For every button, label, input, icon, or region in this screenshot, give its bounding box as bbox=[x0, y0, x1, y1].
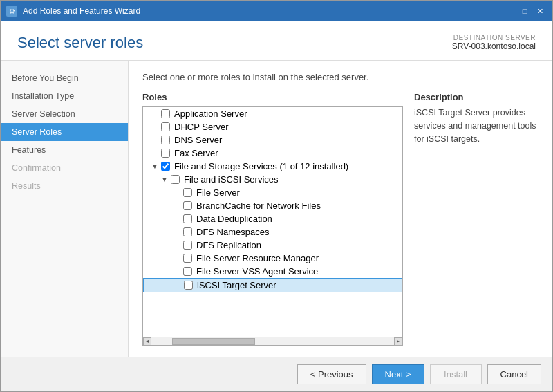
page-title: Select server roles bbox=[17, 34, 143, 52]
list-item[interactable]: ▼ File and Storage Services (1 of 12 ins… bbox=[143, 160, 402, 173]
list-item[interactable]: ▶ DFS Namespaces bbox=[143, 225, 402, 239]
roles-list-container: ▶ Application Server ▶ DHCP Server bbox=[142, 106, 403, 346]
scroll-right-button[interactable]: ▸ bbox=[394, 337, 402, 346]
roles-section: Roles ▶ Application Server bbox=[142, 92, 403, 346]
wizard-content: Select server roles DESTINATION SERVER S… bbox=[1, 21, 552, 391]
main-panel: Select one or more roles to install on t… bbox=[129, 61, 552, 357]
maximize-button[interactable]: □ bbox=[518, 4, 532, 18]
sidebar-item-server-selection[interactable]: Server Selection bbox=[1, 105, 128, 123]
list-item[interactable]: ▶ Application Server bbox=[143, 107, 402, 120]
role-checkbox-file-storage[interactable] bbox=[161, 162, 170, 171]
list-item[interactable]: ▶ File Server Resource Manager bbox=[143, 252, 402, 265]
app-icon: ⚙ bbox=[6, 6, 17, 17]
server-name: SRV-003.kontoso.local bbox=[452, 41, 536, 51]
role-checkbox-dhcp[interactable] bbox=[161, 122, 170, 131]
description-label: Description bbox=[414, 92, 538, 102]
role-checkbox-file-vss[interactable] bbox=[183, 267, 192, 276]
titlebar-left: ⚙ Add Roles and Features Wizard bbox=[6, 6, 140, 17]
role-checkbox-file-iscsi[interactable] bbox=[171, 175, 180, 184]
sidebar-item-before-you-begin[interactable]: Before You Begin bbox=[1, 69, 128, 87]
scrollbar-thumb[interactable] bbox=[172, 338, 255, 345]
sidebar: Before You Begin Installation Type Serve… bbox=[1, 61, 129, 357]
sidebar-item-installation-type[interactable]: Installation Type bbox=[1, 87, 128, 105]
scrollbar-track[interactable] bbox=[151, 337, 394, 346]
role-checkbox-file-server[interactable] bbox=[183, 188, 192, 197]
columns-container: Roles ▶ Application Server bbox=[142, 92, 538, 346]
horizontal-scrollbar[interactable]: ◂ ▸ bbox=[143, 337, 402, 345]
wizard-body: Before You Begin Installation Type Serve… bbox=[1, 61, 552, 357]
list-item[interactable]: ▶ BranchCache for Network Files bbox=[143, 199, 402, 212]
list-item[interactable]: ▶ File Server bbox=[143, 186, 402, 199]
sidebar-item-server-roles[interactable]: Server Roles bbox=[1, 123, 128, 141]
wizard-window: ⚙ Add Roles and Features Wizard — □ ✕ Se… bbox=[0, 0, 553, 392]
list-item[interactable]: ▶ DHCP Server bbox=[143, 120, 402, 133]
window-title: Add Roles and Features Wizard bbox=[23, 6, 140, 16]
destination-server-info: DESTINATION SERVER SRV-003.kontoso.local bbox=[452, 34, 536, 51]
role-checkbox-file-server-rm[interactable] bbox=[183, 254, 192, 263]
list-item[interactable]: ▼ File and iSCSI Services bbox=[143, 173, 402, 186]
destination-label: DESTINATION SERVER bbox=[452, 34, 536, 41]
main-description: Select one or more roles to install on t… bbox=[142, 72, 538, 82]
role-checkbox-dns[interactable] bbox=[161, 136, 170, 144]
wizard-header: Select server roles DESTINATION SERVER S… bbox=[1, 21, 552, 61]
role-checkbox-dfs-namespaces[interactable] bbox=[183, 227, 192, 236]
description-section: Description iSCSI Target Server provides… bbox=[414, 92, 538, 346]
cancel-button[interactable]: Cancel bbox=[487, 364, 541, 384]
list-item[interactable]: ▶ Data Deduplication bbox=[143, 212, 402, 225]
next-button[interactable]: Next > bbox=[372, 364, 424, 384]
role-checkbox-branchcache[interactable] bbox=[183, 201, 192, 210]
close-button[interactable]: ✕ bbox=[533, 4, 547, 18]
minimize-button[interactable]: — bbox=[503, 4, 516, 18]
install-button[interactable]: Install bbox=[430, 364, 482, 384]
sidebar-item-results: Results bbox=[1, 177, 128, 195]
role-checkbox-app-server[interactable] bbox=[161, 109, 170, 118]
role-checkbox-fax[interactable] bbox=[161, 149, 170, 158]
tree-arrow-file-iscsi[interactable]: ▼ bbox=[160, 175, 169, 185]
previous-button[interactable]: < Previous bbox=[297, 364, 366, 384]
list-item[interactable]: ▶ DFS Replication bbox=[143, 239, 402, 252]
sidebar-item-features[interactable]: Features bbox=[1, 141, 128, 159]
titlebar: ⚙ Add Roles and Features Wizard — □ ✕ bbox=[1, 1, 552, 21]
role-checkbox-iscsi-target[interactable] bbox=[184, 281, 193, 290]
description-text: iSCSI Target Server provides services an… bbox=[414, 106, 538, 145]
scroll-left-button[interactable]: ◂ bbox=[143, 337, 151, 346]
titlebar-controls: — □ ✕ bbox=[503, 4, 547, 18]
list-item[interactable]: ▶ DNS Server bbox=[143, 133, 402, 147]
role-checkbox-data-dedup[interactable] bbox=[183, 214, 192, 223]
wizard-footer: < Previous Next > Install Cancel bbox=[1, 357, 552, 391]
roles-list[interactable]: ▶ Application Server ▶ DHCP Server bbox=[143, 107, 402, 337]
sidebar-item-confirmation: Confirmation bbox=[1, 159, 128, 177]
list-item-iscsi-target[interactable]: ▶ iSCSI Target Server bbox=[143, 278, 402, 292]
roles-label: Roles bbox=[142, 92, 403, 102]
role-checkbox-dfs-replication[interactable] bbox=[183, 241, 192, 250]
list-item[interactable]: ▶ Fax Server bbox=[143, 147, 402, 160]
list-item[interactable]: ▶ File Server VSS Agent Service bbox=[143, 265, 402, 278]
tree-arrow-file-storage[interactable]: ▼ bbox=[150, 162, 160, 171]
